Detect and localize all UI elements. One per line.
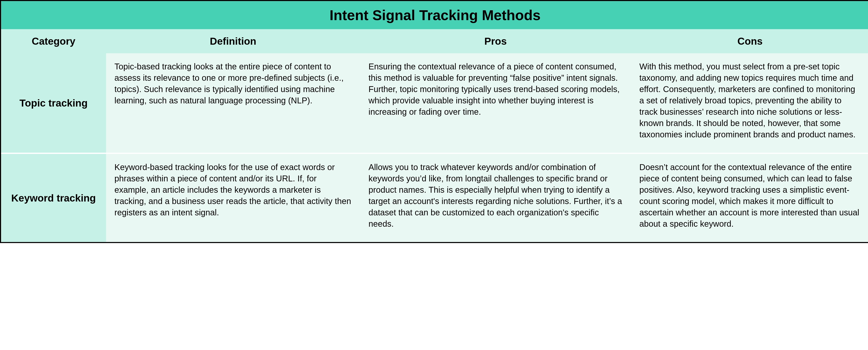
header-category: Category [1,29,106,53]
rows.0.cons: With this method, you must select from a… [631,53,868,153]
pros-cell: Allows you to track whatever keywords an… [360,154,631,242]
category-cell: Topic tracking [1,53,106,153]
table-title: Intent Signal Tracking Methods [1,1,868,29]
header-definition: Definition [106,29,360,53]
title-row: Intent Signal Tracking Methods [1,1,868,29]
category-cell: Keyword tracking [1,154,106,242]
header-cons: Cons [631,29,868,53]
definition-cell: Topic-based tracking looks at the entire… [106,53,360,153]
table-row: Keyword tracking Keyword-based tracking … [1,154,868,242]
header-row: Category Definition Pros Cons [1,29,868,53]
intent-tracking-table: Intent Signal Tracking Methods Category … [0,0,868,243]
cons-cell: Doesn’t account for the contextual relev… [631,154,868,242]
definition-cell: Keyword-based tracking looks for the use… [106,154,360,242]
pros-cell: Ensuring the contextual relevance of a p… [360,53,631,153]
header-pros: Pros [360,29,631,53]
table-row: Topic tracking Topic-based tracking look… [1,53,868,153]
